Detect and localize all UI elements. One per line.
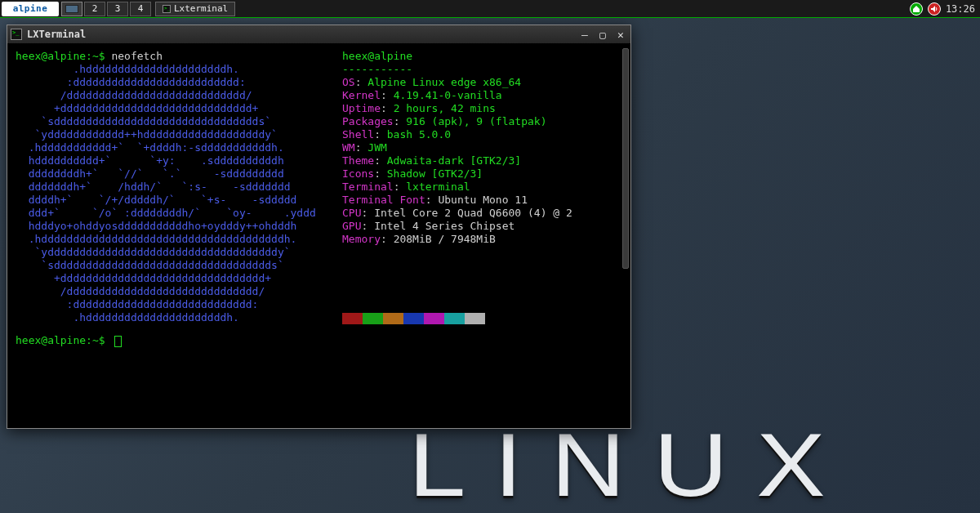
close-button[interactable]: ✕ [614,29,627,40]
titlebar[interactable]: LXTerminal — ▢ ✕ [7,25,630,43]
neofetch-key: Uptime [342,102,381,114]
neofetch-row: Packages: 916 (apk), 9 (flatpak) [342,115,572,128]
neofetch-key: Theme [342,154,374,167]
neofetch-key: WM [342,141,355,154]
desktop-4-button[interactable]: 4 [130,2,151,16]
neofetch-key: Icons [342,167,374,180]
neofetch-value: Intel Core 2 Quad Q6600 (4) @ 2 [374,207,572,219]
terminal-body[interactable]: heex@alpine:~$ neofetch .hdddddddddddddd… [7,43,630,428]
neofetch-value: lxterminal [406,181,470,193]
neofetch-row: Kernel: 4.19.41-0-vanilla [342,89,572,102]
neofetch-value: bash 5.0.0 [387,128,451,141]
prompt-line-2: heex@alpine:~$ [16,334,622,347]
color-swatch [465,313,485,324]
neofetch-row: Shell: bash 5.0.0 [342,128,572,141]
distro-logo-text: alpine [13,3,48,14]
neofetch-user-host: heex@alpine [342,50,412,62]
window-title: LXTerminal [27,29,86,40]
color-swatch [444,313,465,324]
neofetch-key: OS [342,76,355,88]
neofetch-row: OS: Alpine Linux edge x86_64 [342,76,572,89]
desktop-thumb-icon [65,5,78,13]
neofetch-key: CPU [342,207,361,219]
neofetch-value: Ubuntu Mono 11 [438,194,528,206]
neofetch-row: Uptime: 2 hours, 42 mins [342,102,572,115]
neofetch-key: Packages [342,115,394,127]
color-swatch [424,313,444,324]
system-tray: 13:26 [910,2,980,16]
color-swatch [383,313,403,324]
neofetch-row: GPU: Intel 4 Series Chipset [342,220,572,233]
desktop-3-button[interactable]: 3 [107,2,128,16]
desktop-1-button[interactable] [61,2,82,16]
neofetch-value: 208MiB / 7948MiB [394,233,496,245]
color-swatch [363,313,383,324]
neofetch-row: Terminal Font: Ubuntu Mono 11 [342,194,572,207]
maximize-button[interactable]: ▢ [596,29,609,40]
minimize-button[interactable]: — [578,29,591,40]
scrollbar-thumb[interactable] [622,48,629,269]
neofetch-key: Shell [342,128,374,141]
terminal-icon [11,29,22,40]
neofetch-row: WM: JWM [342,141,572,154]
neofetch-value: Adwaita-dark [GTK2/3] [387,154,521,167]
shell-prompt: heex@alpine:~$ [16,50,105,62]
neofetch-info-column: heex@alpine ----------- OS: Alpine Linux… [342,50,572,246]
neofetch-key: GPU [342,220,361,232]
neofetch-color-swatches [342,313,485,324]
neofetch-key: Memory [342,233,381,245]
neofetch-key: Kernel [342,89,381,101]
distro-menu-button[interactable]: alpine [2,2,59,16]
terminal-icon [163,5,171,13]
neofetch-row: Theme: Adwaita-dark [GTK2/3] [342,154,572,167]
neofetch-value: 916 (apk), 9 (flatpak) [406,115,546,127]
neofetch-row: CPU: Intel Core 2 Quad Q6600 (4) @ 2 [342,207,572,220]
neofetch-value: JWM [368,141,386,154]
neofetch-value: Intel 4 Series Chipset [374,220,514,232]
terminal-window: LXTerminal — ▢ ✕ heex@alpine:~$ neofetch… [7,25,631,429]
neofetch-row: Icons: Shadow [GTK2/3] [342,167,572,181]
shell-prompt: heex@alpine:~$ [16,334,105,346]
taskbar: alpine 2 3 4 Lxterminal 13:26 [0,0,980,18]
taskbar-clock[interactable]: 13:26 [946,3,975,15]
home-icon[interactable] [910,2,923,16]
cursor [114,336,122,347]
neofetch-key: Terminal Font [342,194,425,206]
taskbar-entry-lxterminal[interactable]: Lxterminal [155,2,235,16]
neofetch-value: 2 hours, 42 mins [394,102,496,114]
neofetch-value: Alpine Linux edge x86_64 [368,76,521,88]
neofetch-row: Memory: 208MiB / 7948MiB [342,233,572,246]
color-swatch [403,313,424,324]
color-swatch [342,313,363,324]
neofetch-value: Shadow [GTK2/3] [387,167,483,180]
desktop-2-button[interactable]: 2 [84,2,105,16]
neofetch-key: Terminal [342,181,394,193]
neofetch-row: Terminal: lxterminal [342,181,572,194]
typed-command: neofetch [111,50,163,62]
task-label: Lxterminal [174,3,228,14]
neofetch-value: 4.19.41-0-vanilla [394,89,502,101]
volume-icon[interactable] [928,2,941,16]
